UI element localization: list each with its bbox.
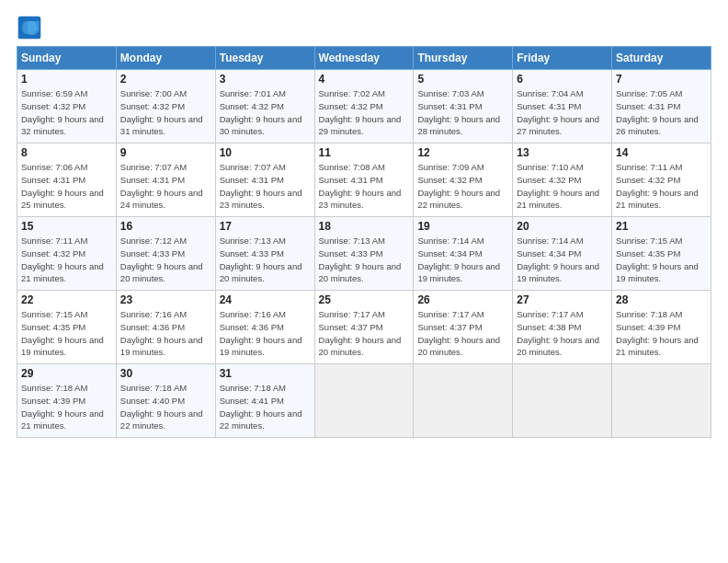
day-number: 1 xyxy=(21,73,112,86)
weekday-header-monday: Monday xyxy=(116,47,215,70)
calendar-cell: 1Sunrise: 6:59 AMSunset: 4:32 PMDaylight… xyxy=(17,70,117,144)
calendar-cell: 24Sunrise: 7:16 AMSunset: 4:36 PMDayligh… xyxy=(215,291,314,364)
week-row-5: 29Sunrise: 7:18 AMSunset: 4:39 PMDayligh… xyxy=(17,364,711,438)
calendar-cell xyxy=(513,364,612,438)
day-info: Sunrise: 7:01 AMSunset: 4:32 PMDaylight:… xyxy=(220,87,311,138)
day-number: 26 xyxy=(417,293,508,306)
day-number: 10 xyxy=(220,146,311,159)
day-number: 21 xyxy=(616,220,707,233)
day-info: Sunrise: 7:16 AMSunset: 4:36 PMDaylight:… xyxy=(220,308,311,359)
day-number: 5 xyxy=(417,73,508,86)
weekday-header-sunday: Sunday xyxy=(17,47,117,70)
calendar-cell: 11Sunrise: 7:08 AMSunset: 4:31 PMDayligh… xyxy=(314,144,414,217)
calendar-cell: 4Sunrise: 7:02 AMSunset: 4:32 PMDaylight… xyxy=(314,70,414,144)
calendar-cell: 13Sunrise: 7:10 AMSunset: 4:32 PMDayligh… xyxy=(513,144,612,217)
calendar-cell: 2Sunrise: 7:00 AMSunset: 4:32 PMDaylight… xyxy=(116,70,215,144)
day-info: Sunrise: 7:17 AMSunset: 4:38 PMDaylight:… xyxy=(517,308,608,359)
day-info: Sunrise: 7:11 AMSunset: 4:32 PMDaylight:… xyxy=(21,235,112,285)
calendar-cell xyxy=(314,364,414,438)
day-info: Sunrise: 7:15 AMSunset: 4:35 PMDaylight:… xyxy=(616,235,707,285)
calendar-cell: 5Sunrise: 7:03 AMSunset: 4:31 PMDaylight… xyxy=(414,70,513,144)
header xyxy=(17,15,711,40)
day-number: 20 xyxy=(517,220,608,233)
calendar-cell: 26Sunrise: 7:17 AMSunset: 4:37 PMDayligh… xyxy=(414,291,513,364)
calendar-cell: 16Sunrise: 7:12 AMSunset: 4:33 PMDayligh… xyxy=(116,217,215,291)
day-number: 23 xyxy=(120,293,211,306)
day-info: Sunrise: 7:12 AMSunset: 4:33 PMDaylight:… xyxy=(120,235,211,285)
day-number: 25 xyxy=(319,293,410,306)
calendar-cell xyxy=(612,364,711,438)
day-number: 12 xyxy=(417,146,508,159)
day-number: 13 xyxy=(517,146,608,159)
day-info: Sunrise: 7:05 AMSunset: 4:31 PMDaylight:… xyxy=(616,87,707,138)
day-info: Sunrise: 7:15 AMSunset: 4:35 PMDaylight:… xyxy=(21,308,112,359)
day-number: 30 xyxy=(120,367,211,380)
day-info: Sunrise: 7:13 AMSunset: 4:33 PMDaylight:… xyxy=(319,235,410,285)
calendar-cell: 20Sunrise: 7:14 AMSunset: 4:34 PMDayligh… xyxy=(513,217,612,291)
weekday-header-saturday: Saturday xyxy=(612,47,711,70)
calendar-cell: 22Sunrise: 7:15 AMSunset: 4:35 PMDayligh… xyxy=(17,291,117,364)
day-number: 2 xyxy=(120,73,211,86)
day-info: Sunrise: 7:08 AMSunset: 4:31 PMDaylight:… xyxy=(319,161,410,212)
day-info: Sunrise: 7:07 AMSunset: 4:31 PMDaylight:… xyxy=(120,161,211,212)
weekday-header-friday: Friday xyxy=(513,47,612,70)
week-row-3: 15Sunrise: 7:11 AMSunset: 4:32 PMDayligh… xyxy=(17,217,711,291)
day-number: 8 xyxy=(21,146,112,159)
day-info: Sunrise: 7:18 AMSunset: 4:40 PMDaylight:… xyxy=(120,382,211,432)
day-info: Sunrise: 7:17 AMSunset: 4:37 PMDaylight:… xyxy=(319,308,410,359)
day-info: Sunrise: 7:02 AMSunset: 4:32 PMDaylight:… xyxy=(319,87,410,138)
day-info: Sunrise: 7:18 AMSunset: 4:41 PMDaylight:… xyxy=(220,382,311,432)
day-number: 7 xyxy=(616,73,707,86)
week-row-2: 8Sunrise: 7:06 AMSunset: 4:31 PMDaylight… xyxy=(17,144,711,217)
day-info: Sunrise: 7:13 AMSunset: 4:33 PMDaylight:… xyxy=(220,235,311,285)
day-number: 31 xyxy=(220,367,311,380)
day-info: Sunrise: 7:18 AMSunset: 4:39 PMDaylight:… xyxy=(21,382,112,432)
calendar-cell: 9Sunrise: 7:07 AMSunset: 4:31 PMDaylight… xyxy=(116,144,215,217)
page: SundayMondayTuesdayWednesdayThursdayFrid… xyxy=(0,0,728,563)
day-number: 18 xyxy=(319,220,410,233)
day-info: Sunrise: 7:16 AMSunset: 4:36 PMDaylight:… xyxy=(120,308,211,359)
day-info: Sunrise: 7:04 AMSunset: 4:31 PMDaylight:… xyxy=(517,87,608,138)
calendar-cell: 8Sunrise: 7:06 AMSunset: 4:31 PMDaylight… xyxy=(17,144,117,217)
day-number: 15 xyxy=(21,220,112,233)
day-number: 17 xyxy=(220,220,311,233)
day-info: Sunrise: 7:06 AMSunset: 4:31 PMDaylight:… xyxy=(21,161,112,212)
day-number: 28 xyxy=(616,293,707,306)
day-info: Sunrise: 7:10 AMSunset: 4:32 PMDaylight:… xyxy=(517,161,608,212)
day-number: 22 xyxy=(21,293,112,306)
calendar-cell: 3Sunrise: 7:01 AMSunset: 4:32 PMDaylight… xyxy=(215,70,314,144)
day-number: 6 xyxy=(517,73,608,86)
week-row-1: 1Sunrise: 6:59 AMSunset: 4:32 PMDaylight… xyxy=(17,70,711,144)
calendar-cell: 25Sunrise: 7:17 AMSunset: 4:37 PMDayligh… xyxy=(314,291,414,364)
weekday-header-row: SundayMondayTuesdayWednesdayThursdayFrid… xyxy=(17,47,711,70)
calendar-cell: 21Sunrise: 7:15 AMSunset: 4:35 PMDayligh… xyxy=(612,217,711,291)
logo xyxy=(17,15,46,40)
day-info: Sunrise: 7:14 AMSunset: 4:34 PMDaylight:… xyxy=(417,235,508,285)
calendar-cell: 15Sunrise: 7:11 AMSunset: 4:32 PMDayligh… xyxy=(17,217,117,291)
calendar-cell: 12Sunrise: 7:09 AMSunset: 4:32 PMDayligh… xyxy=(414,144,513,217)
calendar-cell: 7Sunrise: 7:05 AMSunset: 4:31 PMDaylight… xyxy=(612,70,711,144)
day-number: 4 xyxy=(319,73,410,86)
calendar-table: SundayMondayTuesdayWednesdayThursdayFrid… xyxy=(17,46,711,438)
day-number: 24 xyxy=(220,293,311,306)
day-number: 9 xyxy=(120,146,211,159)
day-info: Sunrise: 7:07 AMSunset: 4:31 PMDaylight:… xyxy=(220,161,311,212)
day-number: 27 xyxy=(517,293,608,306)
calendar-cell: 29Sunrise: 7:18 AMSunset: 4:39 PMDayligh… xyxy=(17,364,117,438)
day-number: 14 xyxy=(616,146,707,159)
calendar-cell: 19Sunrise: 7:14 AMSunset: 4:34 PMDayligh… xyxy=(414,217,513,291)
day-info: Sunrise: 7:09 AMSunset: 4:32 PMDaylight:… xyxy=(417,161,508,212)
calendar-cell: 17Sunrise: 7:13 AMSunset: 4:33 PMDayligh… xyxy=(215,217,314,291)
weekday-header-wednesday: Wednesday xyxy=(314,47,414,70)
calendar-cell: 28Sunrise: 7:18 AMSunset: 4:39 PMDayligh… xyxy=(612,291,711,364)
calendar-cell: 23Sunrise: 7:16 AMSunset: 4:36 PMDayligh… xyxy=(116,291,215,364)
day-number: 19 xyxy=(417,220,508,233)
day-info: Sunrise: 7:17 AMSunset: 4:37 PMDaylight:… xyxy=(417,308,508,359)
calendar-cell: 18Sunrise: 7:13 AMSunset: 4:33 PMDayligh… xyxy=(314,217,414,291)
day-number: 11 xyxy=(319,146,410,159)
day-number: 3 xyxy=(220,73,311,86)
calendar-cell: 30Sunrise: 7:18 AMSunset: 4:40 PMDayligh… xyxy=(116,364,215,438)
calendar-cell: 14Sunrise: 7:11 AMSunset: 4:32 PMDayligh… xyxy=(612,144,711,217)
day-info: Sunrise: 7:03 AMSunset: 4:31 PMDaylight:… xyxy=(417,87,508,138)
calendar-cell: 31Sunrise: 7:18 AMSunset: 4:41 PMDayligh… xyxy=(215,364,314,438)
